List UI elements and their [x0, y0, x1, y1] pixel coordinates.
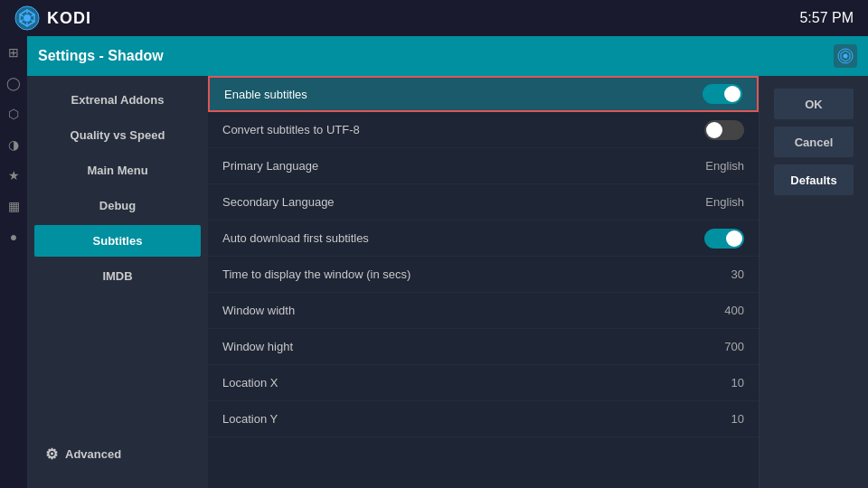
- setting-row-auto-download[interactable]: Auto download first subtitles: [208, 221, 759, 257]
- dialog-body: Extrenal Addons Quality vs Speed Main Me…: [27, 76, 868, 488]
- dialog-title: Settings - Shadow: [38, 48, 164, 64]
- setting-label-time-display: Time to display the window (in secs): [222, 267, 690, 281]
- nav-item-debug[interactable]: Debug: [34, 190, 201, 221]
- svg-point-11: [844, 54, 848, 59]
- setting-label-location-y: Location Y: [222, 412, 690, 426]
- setting-label-window-height: Window hight: [222, 340, 690, 353]
- kodi-logo-icon: [14, 5, 40, 31]
- toggle-knob-convert-utf8: [706, 122, 722, 138]
- settings-content[interactable]: Enable subtitles Convert subtitles to UT…: [208, 76, 760, 488]
- setting-label-location-x: Location X: [222, 376, 690, 389]
- toggle-knob-auto-download: [726, 230, 742, 247]
- toggle-enable-subtitles[interactable]: [703, 84, 742, 104]
- nav-panel: Extrenal Addons Quality vs Speed Main Me…: [27, 76, 208, 488]
- action-panel: OK Cancel Defaults: [760, 76, 868, 488]
- setting-row-location-x[interactable]: Location X 10: [208, 365, 759, 401]
- dialog-titlebar: Settings - Shadow: [27, 36, 868, 76]
- setting-value-time-display: 30: [690, 267, 744, 281]
- ok-button[interactable]: OK: [774, 89, 854, 119]
- sidebar-icon-dot[interactable]: ●: [10, 230, 17, 244]
- cancel-button[interactable]: Cancel: [774, 127, 854, 157]
- setting-value-window-width: 400: [690, 304, 744, 317]
- toggle-knob-enable-subtitles: [724, 86, 741, 102]
- nav-advanced[interactable]: ⚙ Advanced: [34, 436, 201, 472]
- setting-label-window-width: Window width: [222, 304, 690, 317]
- setting-label-enable-subtitles: Enable subtitles: [224, 88, 703, 101]
- setting-value-window-height: 700: [690, 340, 744, 353]
- svg-point-2: [24, 14, 31, 22]
- app-branding: KODI: [14, 5, 91, 31]
- gear-icon: ⚙: [45, 446, 58, 463]
- setting-label-primary-language: Primary Language: [222, 159, 690, 173]
- nav-item-imdb[interactable]: IMDB: [34, 260, 201, 292]
- clock-display: 5:57 PM: [799, 10, 854, 26]
- nav-item-main-menu[interactable]: Main Menu: [34, 155, 201, 186]
- sidebar-icon-star[interactable]: ★: [8, 168, 20, 183]
- nav-item-external-addons[interactable]: Extrenal Addons: [34, 84, 201, 116]
- advanced-label: Advanced: [65, 447, 121, 461]
- nav-item-quality-vs-speed[interactable]: Quality vs Speed: [34, 119, 201, 151]
- top-bar: KODI 5:57 PM: [0, 0, 868, 36]
- setting-value-secondary-language: English: [690, 195, 744, 209]
- sidebar-icon-half[interactable]: ◑: [8, 137, 19, 152]
- setting-row-convert-utf8[interactable]: Convert subtitles to UTF-8: [208, 112, 759, 148]
- defaults-button[interactable]: Defaults: [774, 164, 854, 195]
- app-name-label: KODI: [47, 9, 91, 28]
- setting-value-location-y: 10: [690, 412, 744, 426]
- dialog-wrapper: ⊞ ◯ ⬡ ◑ ★ ▦ ● Settings - Shadow Extrenal…: [0, 36, 868, 488]
- setting-row-enable-subtitles[interactable]: Enable subtitles: [208, 76, 759, 112]
- setting-label-auto-download: Auto download first subtitles: [222, 231, 704, 245]
- setting-row-primary-language[interactable]: Primary Language English: [208, 148, 759, 184]
- setting-value-primary-language: English: [690, 159, 744, 173]
- setting-label-secondary-language: Secondary Language: [222, 195, 690, 209]
- setting-row-location-y[interactable]: Location Y 10: [208, 401, 759, 437]
- setting-label-convert-utf8: Convert subtitles to UTF-8: [222, 123, 704, 136]
- setting-row-secondary-language[interactable]: Secondary Language English: [208, 184, 759, 221]
- sidebar-icon-home[interactable]: ⊞: [8, 45, 19, 60]
- setting-value-location-x: 10: [690, 376, 744, 389]
- left-sidebar-icons: ⊞ ◯ ⬡ ◑ ★ ▦ ●: [0, 36, 27, 488]
- toggle-convert-utf8[interactable]: [704, 120, 744, 140]
- sidebar-icon-media[interactable]: ⬡: [8, 107, 19, 121]
- kodi-small-icon[interactable]: [834, 44, 857, 68]
- sidebar-icon-circle[interactable]: ◯: [6, 76, 21, 90]
- setting-row-window-width[interactable]: Window width 400: [208, 293, 759, 329]
- setting-row-time-display[interactable]: Time to display the window (in secs) 30: [208, 257, 759, 293]
- setting-row-window-height[interactable]: Window hight 700: [208, 329, 759, 365]
- sidebar-icon-grid[interactable]: ▦: [8, 199, 20, 213]
- nav-item-subtitles[interactable]: Subtitles: [34, 225, 201, 257]
- settings-dialog: Settings - Shadow Extrenal Addons Qualit…: [27, 36, 868, 488]
- toggle-auto-download[interactable]: [704, 229, 744, 249]
